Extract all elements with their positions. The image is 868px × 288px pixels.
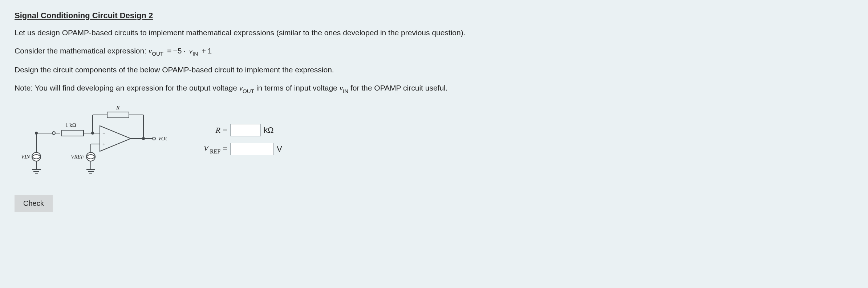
input-row-r: R = kΩ [196, 124, 282, 136]
r-input[interactable] [230, 124, 261, 136]
expr-prefix: Consider the mathematical expression: [15, 47, 149, 55]
expr-vout-v: v [149, 47, 152, 55]
input-row-vref: V REF = V [196, 143, 282, 155]
svg-point-8 [52, 132, 55, 135]
vref-unit: V [277, 144, 282, 154]
diagram-minus: − [102, 130, 105, 136]
content-row: VIN 1 kΩ R − + VOUT [15, 102, 853, 212]
note-vout-sub: OUT [243, 88, 254, 94]
paragraph-expression: Consider the mathematical expression: vO… [15, 45, 853, 58]
diagram-vref-label: VREF [71, 154, 84, 160]
check-button[interactable]: Check [15, 195, 53, 212]
paragraph-design: Design the circuit components of the bel… [15, 64, 853, 76]
expr-vout-sub: OUT [152, 51, 163, 57]
svg-marker-17 [100, 126, 131, 151]
circuit-diagram: VIN 1 kΩ R − + VOUT [15, 102, 167, 182]
svg-rect-9 [62, 130, 84, 136]
expr-vin-v: v [189, 47, 192, 55]
r-sym: R [216, 125, 220, 135]
vref-eq: = [220, 144, 227, 153]
expr-vin-sub: IN [192, 51, 198, 57]
svg-rect-14 [107, 112, 129, 118]
expr-equals: = −5 · [166, 47, 187, 55]
vref-sym: V [204, 144, 208, 153]
svg-point-23 [86, 152, 95, 161]
paragraph-note: Note: You will find developing an expres… [15, 82, 853, 95]
note-vin-sub: IN [343, 88, 348, 94]
expr-tail: + 1 [200, 47, 212, 55]
note-post: for the OPAMP circuit useful. [350, 84, 448, 92]
r-label: R = [196, 125, 227, 135]
vref-input[interactable] [230, 143, 274, 155]
svg-point-19 [142, 137, 145, 140]
answer-inputs: R = kΩ V REF = V [196, 124, 282, 155]
diagram-vin-label: VIN [21, 154, 30, 160]
vref-sub: REF [208, 148, 220, 155]
question-title: Signal Conditioning Circuit Design 2 [15, 11, 853, 20]
diagram-vout-label: VOUT [158, 136, 167, 141]
r-eq: = [220, 125, 227, 135]
svg-point-1 [32, 152, 41, 161]
diagram-plus: + [102, 141, 105, 147]
svg-point-20 [153, 137, 155, 140]
note-vin-v: v [340, 84, 343, 92]
r-unit: kΩ [264, 125, 273, 135]
diagram-feedback-resistor-label: R [116, 105, 119, 111]
vref-label: V REF = [196, 144, 227, 154]
note-vout-v: v [239, 84, 243, 92]
note-pre: Note: You will find developing an expres… [15, 84, 239, 92]
paragraph-intro: Let us design OPAMP-based circuits to im… [15, 27, 853, 39]
diagram-input-resistor-label: 1 kΩ [65, 122, 76, 128]
circuit-diagram-wrap: VIN 1 kΩ R − + VOUT [15, 102, 167, 212]
note-mid: in terms of input voltage [256, 84, 340, 92]
